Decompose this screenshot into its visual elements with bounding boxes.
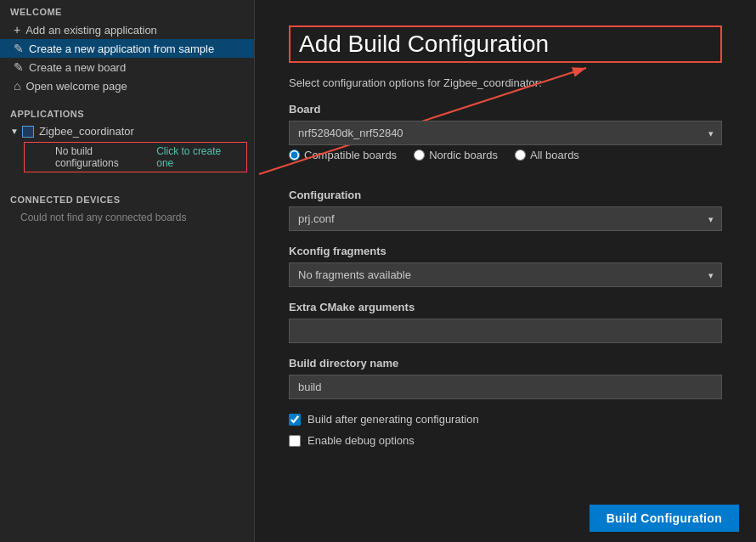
app-icon — [22, 126, 34, 138]
subtitle: Select configuration options for Zigbee_… — [289, 76, 722, 89]
build-dir-input[interactable] — [289, 375, 722, 399]
bottom-bar: Build Configuration — [573, 494, 756, 542]
kconfig-label: Kconfig fragments — [289, 245, 722, 257]
chevron-icon: ▼ — [10, 127, 19, 136]
edit-icon: ✎ — [14, 42, 24, 55]
debug-label: Enable debug options — [307, 434, 415, 447]
no-build-link[interactable]: Click to create one — [156, 145, 236, 169]
sidebar: WELCOME + Add an existing application ✎ … — [0, 0, 255, 542]
cmake-group: Extra CMake arguments — [289, 301, 722, 343]
sidebar-item-create-board[interactable]: ✎ Create a new board — [0, 58, 254, 76]
configuration-group: Configuration prj.conf ▾ — [289, 189, 722, 231]
configuration-select-wrapper: prj.conf ▾ — [289, 206, 722, 231]
app-row[interactable]: ▼ Zigbee_coordinator — [0, 122, 254, 140]
welcome-section-header: WELCOME — [0, 0, 254, 20]
add-icon: + — [14, 23, 20, 37]
cmake-label: Extra CMake arguments — [289, 301, 722, 313]
board-group: Board nrf52840dk_nrf52840 ▾ Compatible b… — [289, 103, 722, 175]
debug-checkbox[interactable] — [289, 435, 301, 447]
board-select-wrapper: nrf52840dk_nrf52840 ▾ — [289, 121, 722, 145]
connected-section-header: CONNECTED DEVICES — [0, 188, 254, 208]
build-configuration-button[interactable]: Build Configuration — [590, 505, 739, 532]
radio-all-label: All boards — [530, 149, 579, 161]
radio-nordic-label: Nordic boards — [429, 149, 498, 161]
configuration-select[interactable]: prj.conf — [289, 206, 722, 231]
board-radio-group: Compatible boards Nordic boards All boar… — [289, 149, 722, 161]
kconfig-group: Kconfig fragments No fragments available… — [289, 245, 722, 287]
sidebar-item-label: Open welcome page — [25, 80, 127, 93]
page-title: Add Build Configuration — [289, 25, 722, 63]
board-select[interactable]: nrf52840dk_nrf52840 — [289, 121, 722, 145]
debug-checkbox-group: Enable debug options — [289, 434, 722, 447]
no-build-row[interactable]: No build configurations Click to create … — [24, 142, 247, 172]
configuration-label: Configuration — [289, 189, 722, 201]
sidebar-item-label: Create a new board — [29, 61, 126, 74]
build-dir-group: Build directory name — [289, 357, 722, 399]
sidebar-item-welcome[interactable]: ⌂ Open welcome page — [0, 76, 254, 95]
radio-all[interactable]: All boards — [515, 149, 579, 161]
cmake-input[interactable] — [289, 319, 722, 343]
applications-section-header: APPLICATIONS — [0, 102, 254, 122]
board-label: Board — [289, 103, 722, 116]
main-content: Add Build Configuration Select configura… — [255, 0, 756, 542]
kconfig-select-wrapper: No fragments available ▾ — [289, 263, 722, 287]
sidebar-item-label: Add an existing application — [25, 24, 157, 37]
build-after-label: Build after generating configuration — [307, 413, 479, 426]
build-after-checkbox-group: Build after generating configuration — [289, 413, 722, 426]
sidebar-item-create-sample[interactable]: ✎ Create a new application from sample — [0, 39, 254, 58]
build-dir-label: Build directory name — [289, 357, 722, 370]
sidebar-item-add-existing[interactable]: + Add an existing application — [0, 20, 254, 39]
radio-compatible-label: Compatible boards — [304, 149, 397, 161]
no-build-text: No build configurations — [55, 145, 153, 169]
radio-compatible[interactable]: Compatible boards — [289, 149, 397, 161]
board-icon: ✎ — [14, 60, 24, 74]
kconfig-select[interactable]: No fragments available — [289, 263, 722, 287]
connected-msg: Could not find any connected boards — [0, 208, 254, 227]
home-icon: ⌂ — [14, 79, 20, 93]
build-after-checkbox[interactable] — [289, 414, 301, 426]
radio-nordic[interactable]: Nordic boards — [414, 149, 498, 161]
app-name: Zigbee_coordinator — [39, 125, 134, 138]
sidebar-item-label: Create a new application from sample — [29, 42, 214, 55]
